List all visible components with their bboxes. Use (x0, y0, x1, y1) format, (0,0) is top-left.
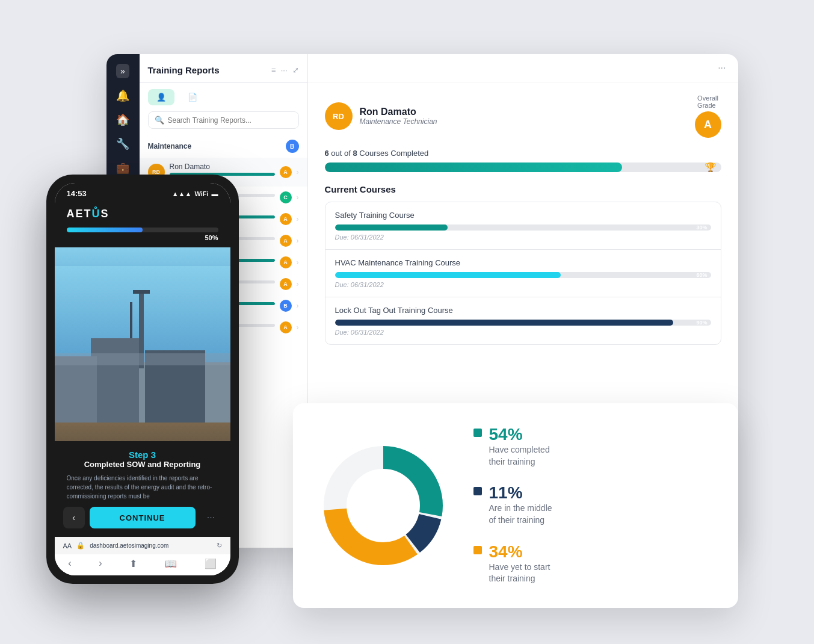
sidebar-icon-briefcase[interactable]: 💼 (116, 161, 129, 175)
chevron-right-icon: › (297, 237, 299, 245)
courses-completed-text: 6 out of 8 Courses Completed (325, 149, 721, 158)
grade-badge: A (280, 256, 292, 268)
stats-legend: 54% Have completedtheir training 11% Are… (473, 426, 552, 585)
current-courses-title: Current Courses (325, 184, 721, 194)
status-icons: ▲▲▲ WiFi ▬ (172, 190, 218, 197)
svg-rect-10 (91, 338, 139, 423)
panel-tabs: 👤 📄 (140, 83, 307, 111)
course-progress-bar: 90% (335, 320, 711, 326)
course-progress-fill (335, 272, 561, 278)
nav-bookmarks-icon[interactable]: 📖 (165, 558, 177, 569)
donut-chart (317, 439, 449, 572)
filter-icon[interactable]: ≡ (271, 66, 276, 75)
grade-badge: B (280, 300, 292, 312)
course-due: Due: 06/31/2022 (335, 234, 711, 241)
course-item: Safety Training Course 30% Due: 06/31/20… (325, 202, 721, 250)
phone-nav-bar: ‹ › ⬆ 📖 ⬜ (55, 554, 230, 575)
step-label: Step 3 (67, 450, 218, 460)
url-text: dashboard.aetosimaging.com (90, 542, 211, 549)
person-header-left: RD Ron Damato Maintenance Technician (325, 102, 437, 130)
phone-progress-text: 50% (67, 234, 218, 241)
url-bar: AA 🔒 dashboard.aetosimaging.com ↻ (55, 537, 230, 554)
phone-shell: 14:53 ▲▲▲ WiFi ▬ AETŮS 50% (46, 175, 239, 584)
main-progress-bar: 🏆 (325, 163, 721, 172)
course-pct: 30% (696, 224, 707, 231)
wifi-icon: WiFi (194, 190, 208, 197)
svg-rect-13 (55, 353, 230, 365)
grade-badge: A (280, 321, 292, 333)
phone-screen: 14:53 ▲▲▲ WiFi ▬ AETŮS 50% (55, 183, 230, 575)
group-header: Maintenance B (140, 135, 307, 158)
nav-forward-icon[interactable]: › (99, 558, 102, 569)
course-name: Lock Out Tag Out Training Course (335, 306, 711, 315)
course-due: Due: 06/31/2022 (335, 329, 711, 336)
back-button[interactable]: ‹ (63, 507, 85, 528)
lock-icon: 🔒 (76, 542, 85, 550)
courses-done: 6 (325, 149, 329, 158)
person-icon: 👤 (156, 93, 166, 102)
tab-person[interactable]: 👤 (148, 89, 174, 105)
app-header: AETŮS (55, 203, 230, 228)
chevron-right-icon: › (297, 280, 299, 288)
nav-tabs-icon[interactable]: ⬜ (205, 558, 217, 569)
overall-grade-section: OverallGrade A (695, 94, 721, 138)
legend-pct-notstarted: 34% (489, 543, 550, 560)
chevron-right-icon: › (297, 168, 299, 176)
doc-icon: 📄 (188, 93, 197, 102)
chevron-right-icon: › (297, 258, 299, 267)
more-options-icon[interactable]: ··· (718, 63, 726, 73)
reload-icon[interactable]: ↻ (217, 542, 222, 550)
main-progress-fill (325, 163, 622, 172)
svg-rect-12 (55, 356, 97, 423)
search-icon: 🔍 (155, 116, 164, 125)
legend-pct-inprogress: 11% (489, 485, 552, 501)
course-item: Lock Out Tag Out Training Course 90% Due… (325, 297, 721, 344)
main-topbar: ··· (308, 54, 738, 82)
courses-suffix: Courses Completed (359, 149, 428, 158)
person-name: Ron Damato (170, 163, 275, 171)
sidebar-icon-bell[interactable]: 🔔 (116, 89, 129, 102)
search-input[interactable] (168, 116, 292, 125)
svg-rect-8 (133, 290, 150, 294)
legend-desc-completed: Have completedtheir training (489, 444, 550, 468)
group-name: Maintenance (148, 142, 192, 150)
panel-title: Training Reports (148, 65, 220, 75)
phone-progress-fill (67, 228, 143, 232)
sidebar-icon-home[interactable]: 🏠 (116, 113, 129, 126)
nav-share-icon[interactable]: ⬆ (129, 558, 137, 569)
grade-label: OverallGrade (697, 94, 718, 109)
chevron-right-icon: › (297, 215, 299, 223)
course-progress-fill (335, 224, 448, 231)
legend-desc-notstarted: Have yet to starttheir training (489, 562, 550, 585)
person-header: RD Ron Damato Maintenance Technician Ove… (325, 94, 721, 138)
tab-document[interactable]: 📄 (179, 89, 206, 105)
legend-dot-teal (473, 429, 482, 437)
courses-list: Safety Training Course 30% Due: 06/31/20… (325, 202, 721, 345)
legend-dot-blue (473, 487, 482, 495)
phone-progress-bar-bg (67, 228, 218, 232)
search-box[interactable]: 🔍 (148, 111, 299, 129)
legend-text-completed: 54% Have completedtheir training (489, 426, 550, 468)
phone-progress-area: 50% (55, 228, 230, 247)
battery-icon: ▬ (212, 190, 218, 197)
continue-button[interactable]: CONTINUE (90, 507, 196, 528)
chevron-right-icon: › (297, 193, 299, 202)
nav-back-icon[interactable]: ‹ (68, 558, 71, 569)
phone-mockup: 14:53 ▲▲▲ WiFi ▬ AETŮS 50% (46, 175, 239, 584)
legend-item-inprogress: 11% Are in the middleof their training (473, 485, 552, 526)
legend-dot-yellow (473, 546, 482, 554)
phone-image (55, 247, 230, 441)
building-svg (55, 247, 230, 441)
sidebar-chevron[interactable]: » (116, 64, 129, 78)
course-pct: 60% (696, 272, 707, 278)
phone-time: 14:53 (67, 189, 87, 198)
more-icon[interactable]: ··· (281, 66, 288, 75)
expand-icon[interactable]: ⤢ (292, 66, 299, 75)
sidebar-icon-tools[interactable]: 🔧 (116, 137, 129, 150)
chevron-right-icon: › (297, 323, 299, 332)
person-details: Ron Damato Maintenance Technician (360, 107, 437, 126)
phone-text-area: Step 3 Completed SOW and Reporting Once … (55, 441, 230, 501)
group-badge: B (286, 140, 299, 153)
more-button[interactable]: ··· (200, 507, 222, 528)
signal-icon: ▲▲▲ (172, 190, 192, 197)
